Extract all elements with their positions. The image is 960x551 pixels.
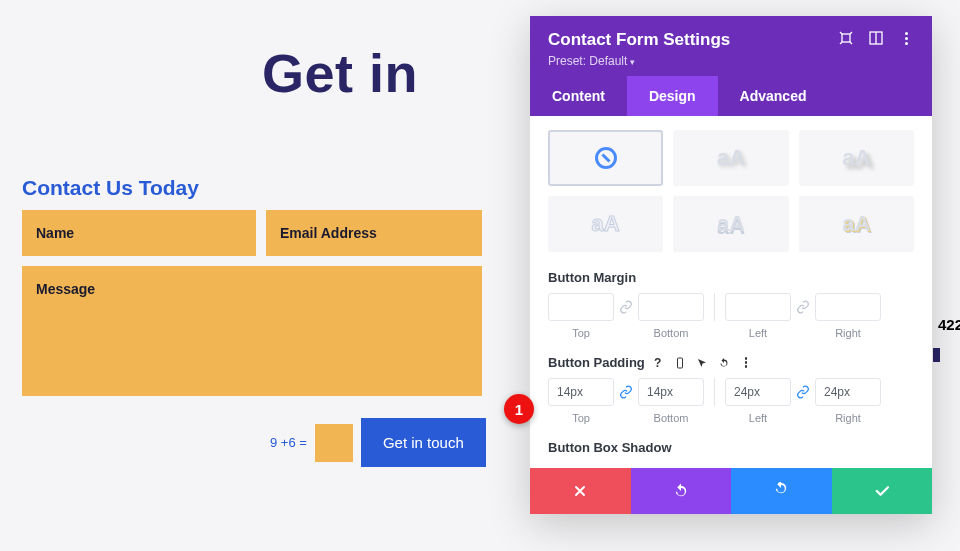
submit-button[interactable]: Get in touch xyxy=(361,418,486,467)
panel-tabs: Content Design Advanced xyxy=(530,76,932,116)
email-field[interactable] xyxy=(266,210,482,256)
margin-right-label: Right xyxy=(815,327,881,339)
expand-icon[interactable] xyxy=(838,30,854,46)
hover-icon[interactable] xyxy=(695,356,709,370)
button-margin-heading: Button Margin xyxy=(548,270,914,285)
margin-left-input[interactable] xyxy=(725,293,791,321)
contact-heading: Contact Us Today xyxy=(22,176,199,200)
panel-title: Contact Form Settings xyxy=(548,30,730,50)
reset-icon[interactable] xyxy=(717,356,731,370)
margin-link-vertical-icon[interactable] xyxy=(614,295,638,319)
margin-top-input[interactable] xyxy=(548,293,614,321)
panel-body: aA aA aA aA aA Button Margin xyxy=(530,116,932,468)
cancel-button[interactable] xyxy=(530,468,631,514)
responsive-desktop-icon[interactable] xyxy=(673,356,687,370)
shadow-option-none[interactable] xyxy=(548,130,663,186)
undo-button[interactable] xyxy=(631,468,732,514)
tab-design[interactable]: Design xyxy=(627,76,718,116)
shadow-option-4[interactable]: aA xyxy=(548,196,663,252)
button-padding-heading: Button Padding ? xyxy=(548,355,914,370)
margin-right-input[interactable] xyxy=(815,293,881,321)
message-field[interactable] xyxy=(22,266,482,396)
shadow-option-6[interactable]: aA xyxy=(799,196,914,252)
padding-right-input[interactable] xyxy=(815,378,881,406)
padding-bottom-input[interactable] xyxy=(638,378,704,406)
decorative-block xyxy=(933,348,940,362)
cropped-text: 422 xyxy=(938,316,960,333)
hero-title: Get in xyxy=(262,42,418,104)
margin-top-label: Top xyxy=(548,327,614,339)
svg-line-4 xyxy=(850,42,852,44)
shadow-option-2[interactable]: aA xyxy=(673,130,788,186)
annotation-marker-1: 1 xyxy=(504,394,534,424)
svg-line-3 xyxy=(840,42,842,44)
svg-line-2 xyxy=(850,32,852,34)
padding-link-horizontal-icon[interactable] xyxy=(791,380,815,404)
help-icon[interactable]: ? xyxy=(651,356,665,370)
panel-layout-icon[interactable] xyxy=(868,30,884,46)
captcha-question: 9 +6 = xyxy=(270,435,307,450)
shadow-option-5[interactable]: aA xyxy=(673,196,788,252)
padding-more-icon[interactable] xyxy=(739,356,753,370)
none-icon xyxy=(595,147,617,169)
text-shadow-options: aA aA aA aA aA xyxy=(548,130,914,252)
captcha-input[interactable] xyxy=(315,424,353,462)
contact-form xyxy=(22,210,482,400)
margin-left-label: Left xyxy=(725,327,791,339)
more-icon[interactable] xyxy=(898,30,914,46)
padding-link-vertical-icon[interactable] xyxy=(614,380,638,404)
tab-content[interactable]: Content xyxy=(530,76,627,116)
svg-rect-0 xyxy=(842,34,850,42)
margin-link-horizontal-icon[interactable] xyxy=(791,295,815,319)
padding-top-label: Top xyxy=(548,412,614,424)
panel-header: Contact Form Settings Preset: Default Co… xyxy=(530,16,932,116)
padding-top-input[interactable] xyxy=(548,378,614,406)
padding-left-input[interactable] xyxy=(725,378,791,406)
preset-selector[interactable]: Preset: Default xyxy=(530,54,932,76)
panel-actions xyxy=(530,468,932,514)
svg-rect-7 xyxy=(677,358,682,368)
button-box-shadow-heading: Button Box Shadow xyxy=(548,440,914,455)
svg-line-1 xyxy=(840,32,842,34)
tab-advanced[interactable]: Advanced xyxy=(718,76,829,116)
name-field[interactable] xyxy=(22,210,256,256)
redo-button[interactable] xyxy=(731,468,832,514)
padding-bottom-label: Bottom xyxy=(638,412,704,424)
margin-bottom-input[interactable] xyxy=(638,293,704,321)
padding-left-label: Left xyxy=(725,412,791,424)
shadow-option-3[interactable]: aA xyxy=(799,130,914,186)
settings-panel: Contact Form Settings Preset: Default Co… xyxy=(530,16,932,514)
margin-bottom-label: Bottom xyxy=(638,327,704,339)
save-button[interactable] xyxy=(832,468,933,514)
padding-right-label: Right xyxy=(815,412,881,424)
